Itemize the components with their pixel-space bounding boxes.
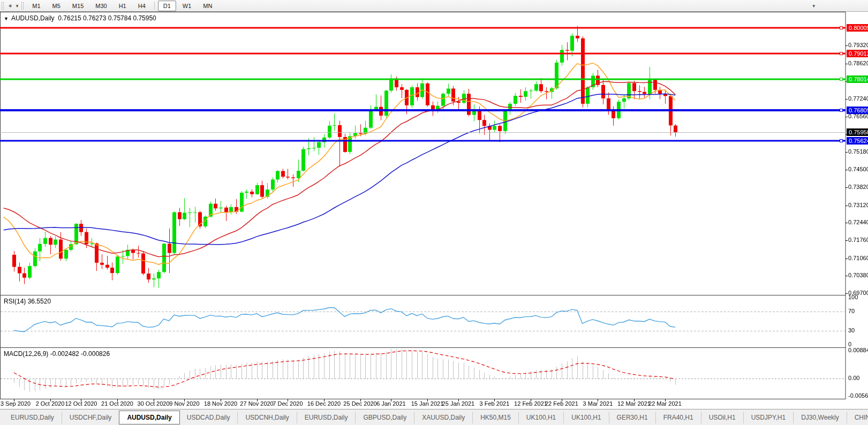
chart-tab-usoil-h1[interactable]: USOil,H1 (701, 412, 744, 423)
cursor-icon[interactable]: ⌖ (6, 2, 14, 10)
timeframe-button-w1[interactable]: W1 (177, 1, 197, 11)
toolbar-grip[interactable] (2, 2, 4, 10)
chart-tab-eurusd-daily[interactable]: EURUSD,Daily (297, 412, 356, 423)
toolbar: ⌖ ▾ M1M5M15M30H1H4D1W1MN ▾ (0, 0, 868, 12)
chart-tab-gbpusd-daily[interactable]: GBPUSD,Daily (356, 412, 414, 423)
timeframe-button-m15[interactable]: M15 (67, 1, 89, 11)
timeframe-button-h1[interactable]: H1 (114, 1, 132, 11)
chart-tab-fra40-h1[interactable]: FRA40,H1 (656, 412, 701, 423)
chart-tab-usdcad-daily[interactable]: USDCAD,Daily (179, 412, 238, 423)
cursor-dropdown-icon[interactable]: ▾ (14, 3, 20, 9)
chart-tab-usdchf-daily[interactable]: USDCHF,Daily (62, 412, 120, 423)
chart-tab-xauusd-daily[interactable]: XAUUSD,Daily (414, 412, 473, 423)
chart-tab-eurusd-daily[interactable]: EURUSD,Daily (3, 412, 62, 423)
timeframe-button-mn[interactable]: MN (198, 1, 217, 11)
chart-tab-bar: EURUSD,DailyUSDCHF,DailyAUDUSD,DailyUSDC… (0, 409, 868, 425)
chart-tab-china300-h1[interactable]: CHINA300,H1 (847, 412, 868, 423)
timeframe-button-m1[interactable]: M1 (27, 1, 46, 11)
toolbar-overflow-button[interactable]: ▾ (811, 3, 817, 9)
timeframe-button-group: M1M5M15M30H1H4D1W1MN (26, 1, 218, 11)
trading-platform-window: ⌖ ▾ M1M5M15M30H1H4D1W1MN ▾ ▼AUDUSD,Daily… (0, 0, 868, 425)
chart-tab-hk50-m15[interactable]: HK50,M15 (473, 412, 519, 423)
chart-tabs: EURUSD,DailyUSDCHF,DailyAUDUSD,DailyUSDC… (0, 411, 868, 424)
candlestick-chart[interactable] (0, 0, 868, 425)
timeframe-button-m5[interactable]: M5 (47, 1, 66, 11)
timeframe-button-h4[interactable]: H4 (133, 1, 151, 11)
chart-tab-dj30-weekly[interactable]: DJ30,Weekly (794, 412, 847, 423)
timeframe-button-d1[interactable]: D1 (158, 1, 176, 11)
chart-tab-ger30-h1[interactable]: GER30,H1 (609, 412, 656, 423)
toolbar-grip-2[interactable] (21, 2, 24, 10)
chart-tab-uk100-h1[interactable]: UK100,H1 (564, 412, 609, 423)
chart-tab-uk100-h1[interactable]: UK100,H1 (519, 412, 564, 423)
chart-tab-audusd-daily[interactable]: AUDUSD,Daily (119, 411, 179, 424)
chart-tab-usdjpy-h1[interactable]: USDJPY,H1 (744, 412, 794, 423)
timeframe-button-m30[interactable]: M30 (90, 1, 112, 11)
chart-tab-usdcnh-daily[interactable]: USDCNH,Daily (238, 412, 297, 423)
